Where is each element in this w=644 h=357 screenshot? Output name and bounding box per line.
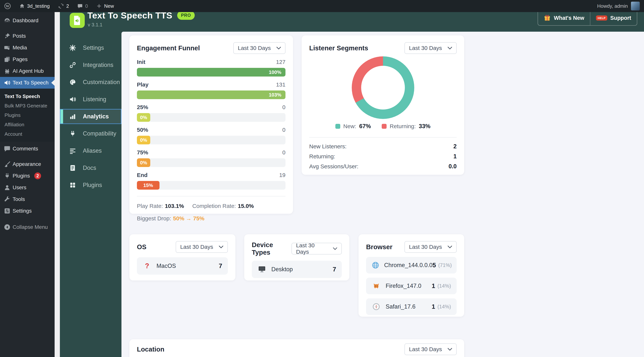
wordpress-logo-icon[interactable]: W xyxy=(0,0,15,12)
funnel-bar: 15% xyxy=(137,181,160,190)
comments-menu[interactable]: 0 xyxy=(73,0,92,12)
active-accent-bar xyxy=(60,110,63,123)
wp-admin-menu: Dashboard Posts Media Pages AI Agent Hub… xyxy=(0,12,54,357)
sidebar-item-comments[interactable]: Comments xyxy=(0,143,54,155)
segments-donut-chart xyxy=(352,56,414,119)
speaker-icon xyxy=(69,96,76,103)
sidebar-item-label: Collapse Menu xyxy=(12,224,48,230)
sidebar-item-text-to-speech[interactable]: Text To Speech xyxy=(0,77,54,89)
legend-swatch xyxy=(335,124,340,129)
sidebar-item-label: Posts xyxy=(12,33,26,39)
sidebar-item-ai-agent-hub[interactable]: AI Agent Hub xyxy=(0,65,54,77)
submenu-item-bulk-mp3-generate[interactable]: Bulk MP3 Generate xyxy=(0,101,54,111)
funnel-row: 50%0 0% xyxy=(137,127,286,144)
segments-stats: New Listeners:2 Returning:1 Avg Sessions… xyxy=(309,141,457,171)
sidebar-item-label: Users xyxy=(12,185,26,191)
plugin-menu-compatibility[interactable]: Compatibility xyxy=(60,126,122,141)
site-name-menu[interactable]: 3d_testing xyxy=(15,0,54,12)
chevron-down-icon xyxy=(219,246,223,248)
os-range-select[interactable]: Last 30 Days xyxy=(176,241,228,253)
howdy-text[interactable]: Howdy, admin xyxy=(597,3,628,9)
funnel-bar: 0% xyxy=(137,136,150,144)
svg-text:W: W xyxy=(6,4,10,8)
listener-segments-card: Listener Segments Last 30 Days New: 67% … xyxy=(302,36,464,175)
sidebar-item-dashboard[interactable]: Dashboard xyxy=(0,15,54,26)
grid-icon xyxy=(69,182,76,189)
browser-range-select[interactable]: Last 30 Days xyxy=(404,241,457,253)
plugin-menu-customization[interactable]: Customization xyxy=(60,75,122,90)
list-lines-icon xyxy=(69,147,76,154)
funnel-bar: 0% xyxy=(137,113,150,122)
plugin-menu-plugins[interactable]: Plugins xyxy=(60,178,122,193)
new-content-menu[interactable]: New xyxy=(92,0,118,12)
stat-row: Returning:1 xyxy=(309,151,457,161)
sidebar-item-label: Dashboard xyxy=(12,18,38,24)
play-rate-value: 103.1% xyxy=(165,203,184,209)
gift-icon xyxy=(544,14,551,22)
plugin-menu-settings[interactable]: Settings xyxy=(60,40,122,56)
plugin-menu-analytics[interactable]: Analytics xyxy=(60,109,122,124)
plugin-menu-docs[interactable]: Docs xyxy=(60,160,122,175)
wp-admin-bar: W 3d_testing 2 0 New Howdy, admin xyxy=(0,0,644,12)
robot-icon xyxy=(4,68,11,75)
tts-submenu: Text To Speech Bulk MP3 Generate Plugins… xyxy=(0,89,54,142)
analytics-content: Engagement Funnel Last 30 Days Init127 1… xyxy=(122,32,644,357)
submenu-item-text-to-speech[interactable]: Text To Speech xyxy=(0,92,54,101)
plugin-header: Text To Speech TTS PRO v 3.1.1 What's Ne… xyxy=(60,12,644,32)
header-buttons: What's New HELP Support xyxy=(538,12,637,26)
segments-range-select[interactable]: Last 30 Days xyxy=(404,42,457,54)
sidebar-item-tools[interactable]: Tools xyxy=(0,193,54,205)
submenu-item-affiliation[interactable]: Affiliation xyxy=(0,120,54,129)
submenu-item-account[interactable]: Account xyxy=(0,129,54,139)
sidebar-item-users[interactable]: Users xyxy=(0,182,54,193)
funnel-row: Init127 100% xyxy=(137,59,286,77)
sidebar-item-pages[interactable]: Pages xyxy=(0,54,54,65)
card-title: Browser xyxy=(366,243,392,251)
settings-icon xyxy=(4,208,11,214)
funnel-bar: 103% xyxy=(137,91,286,99)
location-range-select[interactable]: Last 30 Days xyxy=(404,343,457,355)
legend-item-returning: Returning: 33% xyxy=(382,123,430,130)
chevron-down-icon xyxy=(448,246,452,248)
media-icon xyxy=(4,44,11,51)
compass-icon xyxy=(372,303,381,310)
sidebar-item-appearance[interactable]: Appearance xyxy=(0,158,54,170)
sidebar-item-posts[interactable]: Posts xyxy=(0,30,54,42)
plugin-menu-integrations[interactable]: Integrations xyxy=(60,58,122,73)
card-title: Location xyxy=(137,345,164,353)
desktop-icon xyxy=(258,266,266,273)
dashboard-icon xyxy=(4,17,11,24)
sidebar-item-media[interactable]: Media xyxy=(0,42,54,54)
card-title: Device Types xyxy=(252,241,292,256)
sidebar-item-label: Pages xyxy=(12,56,28,62)
stat-row: Avg Sessions/User:0.0 xyxy=(309,161,457,171)
sidebar-item-label: Comments xyxy=(12,146,38,152)
os-card: OS Last 30 Days ? MacOS 7 xyxy=(129,234,236,280)
plugin-menu-aliases[interactable]: Aliases xyxy=(60,143,122,158)
plugin-menu-listening[interactable]: Listening xyxy=(60,92,122,107)
collapse-menu-button[interactable]: Collapse Menu xyxy=(0,221,54,233)
updates-menu[interactable]: 2 xyxy=(54,0,73,12)
submenu-item-plugins[interactable]: Plugins xyxy=(0,111,54,120)
globe-icon xyxy=(372,261,379,269)
comments-count: 0 xyxy=(85,3,88,9)
location-card: Location Last 30 Days xyxy=(129,339,464,357)
legend-swatch xyxy=(382,124,386,129)
devices-range-select[interactable]: Last 30 Days xyxy=(292,243,342,254)
support-button[interactable]: HELP Support xyxy=(590,12,637,25)
comment-bubble-icon xyxy=(77,3,83,9)
sidebar-item-label: Settings xyxy=(12,208,32,214)
avatar[interactable] xyxy=(631,2,640,11)
comments-icon xyxy=(4,145,11,152)
biggest-drop-value: 50% → 75% xyxy=(173,215,204,221)
whats-new-button[interactable]: What's New xyxy=(538,12,590,25)
site-name: 3d_testing xyxy=(27,3,50,9)
funnel-bar: 100% xyxy=(137,68,286,77)
sidebar-item-settings[interactable]: Settings xyxy=(0,205,54,217)
link-icon xyxy=(69,62,76,69)
browser-row: Firefox_147.0 1 (14%) xyxy=(366,278,457,294)
pro-badge: PRO xyxy=(177,12,195,20)
funnel-range-select[interactable]: Last 30 Days xyxy=(233,42,286,54)
sidebar-item-plugins[interactable]: Plugins 2 xyxy=(0,170,54,182)
document-icon xyxy=(69,164,76,172)
